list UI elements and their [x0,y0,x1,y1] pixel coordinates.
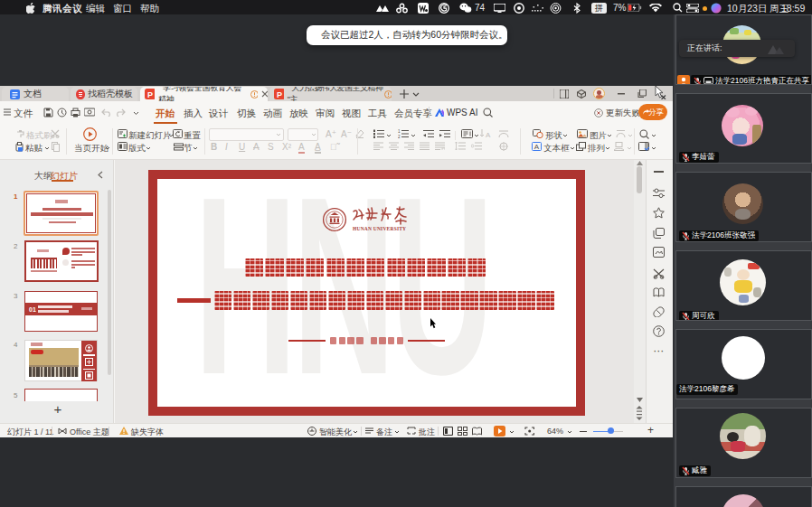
svg-text:1: 1 [398,129,401,134]
svg-text:P: P [277,90,282,99]
svg-text:A: A [534,143,540,151]
svg-text:P: P [147,90,153,99]
svg-text:2: 2 [398,135,401,138]
svg-text:A: A [486,131,491,138]
